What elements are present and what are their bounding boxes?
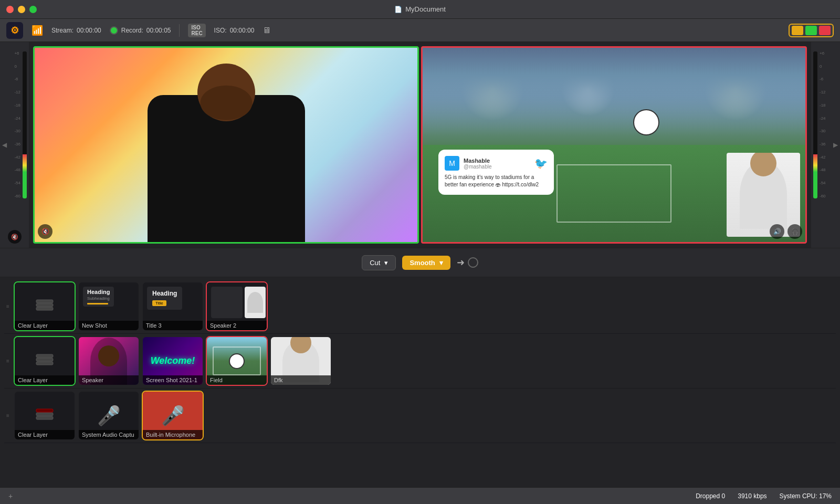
stream-time: 00:00:00 [77,27,101,34]
window-title-text: MyDocument [405,5,446,13]
vol-label-n24: -24 [14,117,20,121]
minimize-button[interactable] [18,6,25,13]
vol-r-n6: -6 [820,77,826,81]
preview-row: ◀ +6 0 -6 -12 -18 -24 -30 -36 -42 -48 -5… [0,42,840,248]
close-button[interactable] [6,6,14,13]
audio-speaker-right[interactable]: 🔊 [770,224,784,239]
row-handle-3: ≡ [4,413,12,418]
layout-btn-3[interactable] [819,26,831,35]
title3-heading: Heading [152,290,177,297]
title3-subheading: Title [152,300,166,306]
preview-right: M Mashable @mashable 🐦 5G is making it's… [421,46,807,244]
scene-speaker[interactable]: Speaker [78,336,140,386]
collapse-right-button[interactable]: ▶ [833,141,838,149]
scene-system-audio[interactable]: 🎤 System Audio Captu [78,391,140,440]
vol-label-n54: -54 [14,181,20,185]
bitrate-value: 3910 kbps [738,492,766,500]
preview-area: 🔇 [29,42,811,248]
vol-r-n24: -24 [820,117,826,121]
builtin-mic-label: Built-in Microphone [143,430,203,439]
title3-content: Heading Title [147,287,182,310]
vol-r-n12: -12 [820,90,826,94]
scene-add-button[interactable]: + [8,492,13,500]
bitrate-stat: 3910 kbps [738,492,766,500]
vol-r-n48: -48 [820,168,826,172]
iso-stat: ISO: 00:00:00 [214,27,255,34]
scene-clear-layer-1[interactable]: Clear Layer [14,281,76,331]
svg-rect-6 [36,416,53,419]
vol-r-n30: -30 [820,129,826,133]
scene-speaker-2[interactable]: Speaker 2 [206,281,268,331]
scenes-area: ≡ Clear Layer [0,277,840,487]
toolbar: ⚙ 📶 Stream: 00:00:00 Record: 00:00:05 IS… [0,19,840,42]
transition-circle [468,257,478,268]
app-logo[interactable]: ⚙ [6,22,23,39]
stream-stat: Stream: 00:00:00 [51,27,101,34]
title-3-label: Title 3 [143,321,203,330]
scene-field[interactable]: Field [206,336,268,386]
preview-right-content: M Mashable @mashable 🐦 5G is making it's… [423,48,805,242]
vol-label-n48: -48 [14,168,20,172]
mashable-logo: M [445,156,459,171]
speaker2-thumb [211,287,243,318]
vol-r-n18: -18 [820,103,826,108]
scene-new-shot[interactable]: Heading Subheading New Shot [78,281,140,331]
twitter-bird-icon: 🐦 [534,157,548,170]
scene-builtin-mic[interactable]: 🎤 Built-in Microphone [142,391,204,440]
preview-panels: 🔇 [29,42,811,248]
soccer-ball [633,109,659,135]
pip-person-silhouette [740,161,787,229]
scene-dfk[interactable]: Dfk [270,336,332,386]
statusbar-right: Dropped 0 3910 kbps System CPU: 17% [696,492,832,500]
audio-headphone-right[interactable]: 🎧 [788,224,802,239]
person-overlay [127,74,326,242]
statusbar: + Dropped 0 3910 kbps System CPU: 17% [0,487,840,504]
scenes-row-1: ≡ Clear Layer [4,279,836,334]
volume-meter-right: ▶ +6 0 -6 -12 -18 -24 -30 -36 -42 -48 -5… [811,42,840,248]
row-handle-1: ≡ [4,303,12,309]
speaker-2-label: Speaker 2 [207,321,267,330]
iso-button[interactable]: ISOREC [188,24,205,37]
iso-time: 00:00:00 [230,27,255,34]
record-stat: Record: 00:00:05 [110,26,171,35]
svg-rect-7 [36,413,53,416]
vol-label-n60: -60 [14,194,20,198]
cut-dropdown[interactable]: Cut ▾ [362,255,396,270]
toolbar-separator [179,24,180,37]
cut-chevron-icon: ▾ [384,259,388,267]
smooth-dropdown[interactable]: Smooth ▾ [402,256,450,270]
field-ball [229,353,245,369]
transition-arrow[interactable]: ➜ [457,257,478,268]
scene-clear-layer-3[interactable]: Clear Layer [14,391,76,440]
pip-overlay [727,153,800,237]
dfk-face [290,336,311,353]
wifi-icon[interactable]: 📶 [32,25,43,36]
tweet-brand: Mashable [464,158,492,164]
vol-label-n36: -36 [14,142,20,146]
layer-stack-icon-1 [34,296,55,317]
stadium-background: M Mashable @mashable 🐦 5G is making it's… [423,48,805,242]
layout-btn-1[interactable] [792,26,803,35]
arrow-right-icon: ➜ [457,257,465,268]
window-controls [6,6,37,13]
monitor-icon[interactable]: 🖥 [262,26,271,35]
record-indicator[interactable] [110,26,118,35]
layout-btn-2[interactable] [805,26,817,35]
row-handle-2: ≡ [4,358,12,364]
stadium-roof [423,48,805,135]
tweet-header: M Mashable @mashable 🐦 [445,156,548,171]
scene-screenshot-2021[interactable]: Welcome! Screen Shot 2021-1 [142,336,204,386]
vol-scale-right: +6 0 -6 -12 -18 -24 -30 -36 -42 -48 -54 … [818,51,827,198]
new-shot-label: New Shot [79,321,139,330]
vol-label-0: 0 [14,65,20,69]
scene-clear-layer-2[interactable]: Clear Layer [14,336,76,386]
collapse-left-button[interactable]: ◀ [2,141,7,149]
iso-label: ISO: [214,27,227,34]
mute-left-button[interactable]: 🔇 [8,230,22,244]
vol-label-n12: -12 [14,90,20,94]
document-icon: 📄 [394,6,402,13]
scene-title-3[interactable]: Heading Title Title 3 [142,281,204,331]
preview-left: 🔇 [33,46,419,244]
maximize-button[interactable] [29,6,37,13]
audio-mute-left[interactable]: 🔇 [38,224,52,239]
